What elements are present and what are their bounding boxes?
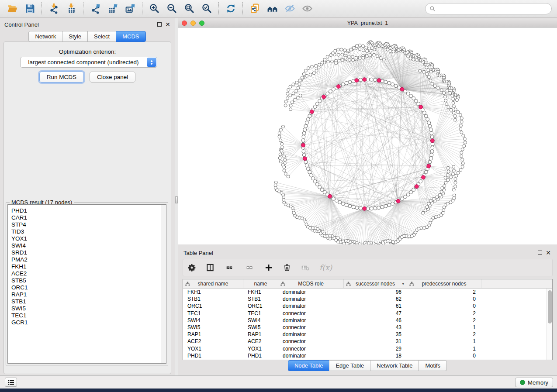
mcds-result-item[interactable]: CAR1 <box>8 214 166 221</box>
table-row[interactable]: ORC1ORC1dominator610 <box>183 303 552 309</box>
cell-mcds-role: dominator <box>278 289 344 295</box>
control-panel: Control Panel ✕ NetworkStyleSelectMCDS O… <box>0 18 175 375</box>
column-header-predecessor-nodes[interactable]: predecessor nodes <box>407 279 481 288</box>
cell-successor-nodes: 31 <box>344 338 407 344</box>
import-table-icon <box>66 3 77 14</box>
graph-ring-nodes[interactable] <box>301 78 434 210</box>
save-session-button[interactable] <box>21 2 38 16</box>
mcds-result-scrollbar[interactable] <box>161 205 166 363</box>
tab-edge-table[interactable]: Edge Table <box>329 360 370 371</box>
mcds-result-list[interactable]: PHD1CAR1STP4TID3YOX1SWI4SRD1PMA2FKH1ACE2… <box>7 204 166 364</box>
mcds-result-item[interactable]: GCR1 <box>8 319 166 326</box>
task-history-button[interactable] <box>5 378 17 387</box>
mcds-result-item[interactable]: STB5 <box>8 277 166 284</box>
network-graph[interactable] <box>178 28 557 244</box>
mcds-result-item[interactable]: TID3 <box>8 228 166 235</box>
show-all-button[interactable] <box>298 2 316 16</box>
table-row[interactable]: YOX1YOX1connector291 <box>183 345 552 352</box>
first-neighbors-button[interactable] <box>263 2 281 16</box>
refresh-layout-button[interactable] <box>222 2 239 16</box>
control-panel-tabs: NetworkStyleSelectMCDS <box>0 31 175 42</box>
select-all-checkboxes-button[interactable] <box>224 265 235 271</box>
search-input[interactable] <box>438 4 547 13</box>
add-column-button[interactable] <box>264 263 273 272</box>
cell-predecessor-nodes: 0 <box>407 353 481 359</box>
float-table-panel-icon[interactable] <box>538 251 542 255</box>
table-row[interactable]: STB1STB1dominator620 <box>183 296 552 303</box>
mcds-result-item[interactable]: SWI4 <box>8 242 166 249</box>
mcds-result-item[interactable]: PHD1 <box>8 207 166 214</box>
zoom-out-button[interactable] <box>163 2 180 16</box>
import-network-icon <box>48 3 59 14</box>
search-box[interactable] <box>425 3 552 14</box>
mcds-result-item[interactable]: SRD1 <box>8 249 166 256</box>
float-panel-icon[interactable] <box>157 22 162 27</box>
column-header-mcds-role[interactable]: MCDS role <box>278 279 344 288</box>
tab-node-table[interactable]: Node Table <box>288 360 330 371</box>
export-network-button[interactable] <box>86 2 104 16</box>
import-table-button[interactable] <box>62 2 80 16</box>
close-panel-icon[interactable]: ✕ <box>165 22 170 27</box>
cell-shared-name: RAP1 <box>183 331 243 337</box>
mcds-result-item[interactable]: ACE2 <box>8 270 166 277</box>
toolbar-separator <box>218 2 219 15</box>
export-image-button[interactable] <box>121 2 139 16</box>
table-row[interactable]: SWI5SWI5connector431 <box>183 324 552 331</box>
open-file-button[interactable] <box>3 2 21 16</box>
hide-selected-button[interactable] <box>281 2 298 16</box>
mcds-result-item[interactable]: TEC1 <box>8 312 166 319</box>
tab-mcds[interactable]: MCDS <box>116 31 145 42</box>
tab-style[interactable]: Style <box>62 31 88 42</box>
choose-columns-button[interactable] <box>206 263 214 272</box>
mcds-result-item[interactable]: STB1 <box>8 298 166 305</box>
run-mcds-button[interactable]: Run MCDS <box>39 72 84 83</box>
cell-name: ORC1 <box>243 303 278 309</box>
optimization-criterion-select[interactable]: largest connected component (undirected)… <box>20 57 157 68</box>
column-header-shared-name[interactable]: shared name <box>183 279 243 288</box>
tab-select[interactable]: Select <box>87 31 116 42</box>
column-header-successor-nodes[interactable]: successor nodes▾ <box>344 279 407 288</box>
close-table-panel-icon[interactable]: ✕ <box>546 251 551 255</box>
tab-network-table[interactable]: Network Table <box>370 360 419 371</box>
mcds-result-item[interactable]: STP4 <box>8 221 166 228</box>
table-row[interactable]: SWI4SWI4dominator462 <box>183 317 552 324</box>
table-row[interactable]: PHD1PHD1dominator180 <box>183 352 552 359</box>
network-window-title: YPA_prune.txt_1 <box>178 20 557 26</box>
table-settings-button[interactable] <box>187 263 196 272</box>
mcds-result-item[interactable]: YOX1 <box>8 235 166 242</box>
network-window-titlebar[interactable]: YPA_prune.txt_1 <box>178 19 557 28</box>
deselect-all-checkboxes-button[interactable] <box>244 265 255 271</box>
export-table-button[interactable] <box>104 2 121 16</box>
memory-button[interactable]: Memory <box>515 378 553 387</box>
cell-name: SWI5 <box>243 324 278 330</box>
tab-network[interactable]: Network <box>28 31 62 42</box>
zoom-in-icon <box>149 3 160 14</box>
table-row[interactable]: TEC1TEC1connector472 <box>183 310 552 317</box>
zoom-selected-button[interactable] <box>198 2 215 16</box>
cell-successor-nodes: 61 <box>344 303 407 309</box>
mcds-result-item[interactable]: SWI5 <box>8 305 166 312</box>
mcds-result-item[interactable]: FKH1 <box>8 263 166 270</box>
table-scrollbar[interactable] <box>547 289 552 360</box>
delete-column-button[interactable] <box>283 263 291 272</box>
table-scrollbar-thumb[interactable] <box>548 290 552 323</box>
network-canvas[interactable] <box>178 28 557 244</box>
main-toolbar <box>0 0 557 17</box>
mcds-result-item[interactable]: PMA2 <box>8 256 166 263</box>
mcds-result-item[interactable]: ORC1 <box>8 284 166 291</box>
close-panel-button[interactable]: Close panel <box>90 72 135 83</box>
zoom-in-button[interactable] <box>145 2 163 16</box>
import-network-button[interactable] <box>45 2 62 16</box>
duplicate-network-button[interactable] <box>246 2 263 16</box>
table-row[interactable]: FKH1FKH1dominator962 <box>183 289 552 296</box>
cell-successor-nodes: 35 <box>344 331 407 337</box>
panel-splitter[interactable] <box>175 18 178 375</box>
mcds-result-item[interactable]: RAP1 <box>8 291 166 298</box>
cell-mcds-role: dominator <box>278 331 344 337</box>
zoom-fit-button[interactable] <box>180 2 198 16</box>
table-row[interactable]: RAP1RAP1dominator352 <box>183 331 552 338</box>
splitter-handle[interactable] <box>175 196 178 203</box>
table-row[interactable]: ACE2ACE2connector311 <box>183 338 552 345</box>
tab-motifs[interactable]: Motifs <box>419 360 447 371</box>
column-header-name[interactable]: name <box>243 279 278 288</box>
